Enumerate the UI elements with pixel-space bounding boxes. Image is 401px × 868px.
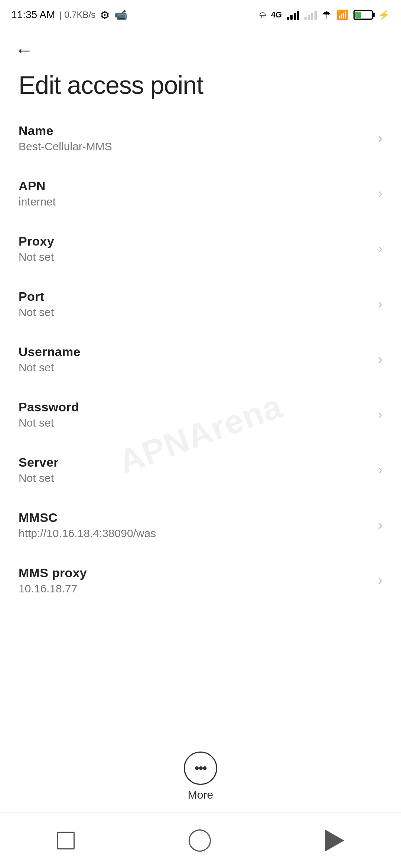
settings-value-apn: internet [19, 195, 56, 208]
settings-item-mms-proxy-content: MMS proxy 10.16.18.77 [19, 566, 87, 595]
settings-value-port: Not set [19, 306, 54, 319]
chevron-right-icon: › [378, 407, 382, 423]
chevron-right-icon: › [378, 186, 382, 201]
settings-label-proxy: Proxy [19, 234, 54, 249]
chevron-right-icon: › [378, 131, 382, 146]
settings-item-username-content: Username Not set [19, 345, 81, 374]
settings-label-name: Name [19, 124, 112, 138]
nav-back-button[interactable] [325, 829, 344, 852]
chevron-right-icon: › [378, 462, 382, 478]
battery-box [353, 10, 373, 20]
nav-back-icon [325, 829, 344, 852]
settings-item-password-content: Password Not set [19, 400, 79, 429]
settings-label-server: Server [19, 455, 59, 470]
settings-value-password: Not set [19, 417, 79, 429]
status-bar-right: ⍾ 4G ☂ 📶 ⚡ [260, 9, 390, 21]
more-label: More [188, 789, 213, 801]
settings-item-mmsc[interactable]: MMSC http://10.16.18.4:38090/was › [0, 497, 401, 553]
settings-label-apn: APN [19, 179, 56, 193]
more-dots-icon: ••• [195, 760, 206, 776]
chevron-right-icon: › [378, 241, 382, 257]
settings-item-port-content: Port Not set [19, 289, 54, 319]
settings-item-name-content: Name Best-Cellular-MMS [19, 124, 112, 153]
settings-icon: ⚙ [100, 9, 110, 22]
more-circle-icon: ••• [184, 752, 217, 785]
settings-label-password: Password [19, 400, 79, 414]
settings-item-proxy-content: Proxy Not set [19, 234, 54, 263]
battery-fill [355, 12, 361, 18]
settings-item-port[interactable]: Port Not set › [0, 276, 401, 332]
settings-label-mms-proxy: MMS proxy [19, 566, 87, 580]
back-arrow-icon: ← [15, 40, 33, 60]
settings-label-port: Port [19, 289, 54, 304]
settings-label-username: Username [19, 345, 81, 359]
status-bar-left: 11:35 AM | 0.7KB/s ⚙ 📹 [11, 9, 127, 22]
page-title: Edit access point [0, 63, 401, 111]
nav-recents-button[interactable] [57, 832, 75, 849]
settings-item-server[interactable]: Server Not set › [0, 442, 401, 497]
signal-bars-primary [287, 10, 299, 20]
settings-item-mms-proxy[interactable]: MMS proxy 10.16.18.77 › [0, 553, 401, 608]
chevron-right-icon: › [378, 517, 382, 533]
nav-home-button[interactable] [189, 829, 211, 852]
back-button[interactable]: ← [0, 30, 401, 63]
settings-value-proxy: Not set [19, 251, 54, 263]
chevron-right-icon: › [378, 352, 382, 367]
settings-item-password[interactable]: Password Not set › [0, 387, 401, 442]
settings-item-proxy[interactable]: Proxy Not set › [0, 221, 401, 276]
settings-item-apn-content: APN internet [19, 179, 56, 208]
nav-recents-icon [57, 832, 75, 849]
settings-item-mmsc-content: MMSC http://10.16.18.4:38090/was [19, 510, 156, 540]
more-button[interactable]: ••• More [184, 752, 217, 801]
network-type-badge: 4G [271, 10, 282, 20]
network-speed: | 0.7KB/s [59, 10, 95, 20]
settings-label-mmsc: MMSC [19, 510, 156, 525]
battery-indicator [353, 10, 373, 20]
settings-value-mmsc: http://10.16.18.4:38090/was [19, 527, 156, 540]
bluetooth-icon: ⍾ [260, 9, 266, 21]
settings-value-mms-proxy: 10.16.18.77 [19, 582, 87, 595]
status-bar: 11:35 AM | 0.7KB/s ⚙ 📹 ⍾ 4G ☂ 📶 ⚡ [0, 0, 401, 30]
charging-icon: ⚡ [378, 9, 390, 21]
chevron-right-icon: › [378, 296, 382, 312]
navigation-bar [0, 812, 401, 868]
nav-home-icon [189, 829, 211, 852]
wifi-icon: ☂ [322, 9, 331, 21]
settings-value-name: Best-Cellular-MMS [19, 140, 112, 153]
settings-item-server-content: Server Not set [19, 455, 59, 484]
time-display: 11:35 AM [11, 9, 55, 21]
camera-icon: 📹 [114, 9, 127, 21]
settings-item-apn[interactable]: APN internet › [0, 166, 401, 221]
settings-value-username: Not set [19, 361, 81, 374]
settings-value-server: Not set [19, 472, 59, 484]
wifi-signal-icon: 📶 [336, 9, 348, 21]
signal-bars-secondary [304, 10, 317, 20]
settings-item-name[interactable]: Name Best-Cellular-MMS › [0, 111, 401, 166]
settings-list: Name Best-Cellular-MMS › APN internet › … [0, 111, 401, 608]
settings-item-username[interactable]: Username Not set › [0, 332, 401, 387]
chevron-right-icon: › [378, 573, 382, 588]
